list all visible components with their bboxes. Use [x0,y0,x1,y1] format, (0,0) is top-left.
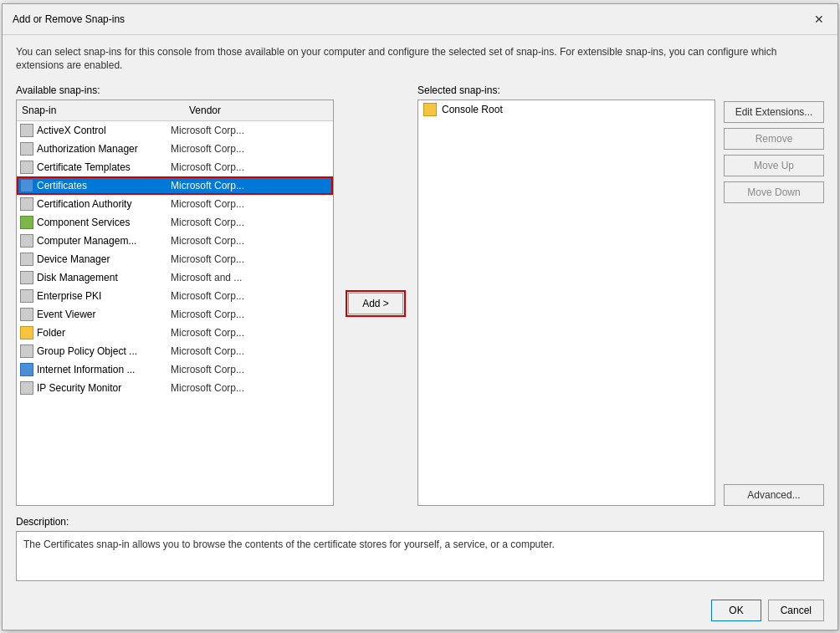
snapin-name: Authorization Manager [37,143,171,155]
list-item[interactable]: ActiveX Control Microsoft Corp... [17,121,333,140]
list-item[interactable]: Event Viewer Microsoft Corp... [17,305,333,324]
snapin-name: IP Security Monitor [37,382,171,394]
description-text: The Certificates snap-in allows you to b… [16,531,824,581]
snapin-vendor: Microsoft Corp... [171,364,244,375]
snapin-icon [20,124,33,137]
snapin-name: Computer Managem... [37,235,171,247]
list-item[interactable]: Internet Information ... Microsoft Corp.… [17,360,333,379]
available-label: Available snap-ins: [16,84,334,96]
snapin-name: Certification Authority [37,198,171,210]
list-item[interactable]: Component Services Microsoft Corp... [17,213,333,232]
snapin-vendor: Microsoft Corp... [171,125,244,136]
snapin-icon [20,345,33,358]
snapin-name: Device Manager [37,253,171,265]
selected-list[interactable]: Console Root [417,100,715,505]
list-item[interactable]: Authorization Manager Microsoft Corp... [17,140,333,158]
snapin-icon [20,234,33,248]
snapin-vendor: Microsoft Corp... [171,161,244,173]
snapin-vendor: Microsoft Corp... [171,382,244,394]
list-item[interactable]: Disk Management Microsoft and ... [17,268,333,287]
list-item[interactable]: Console Root [418,100,715,119]
list-item[interactable]: Certificate Templates Microsoft Corp... [17,158,333,176]
snapin-name: Disk Management [37,272,171,283]
dialog: Add or Remove Snap-ins ✕ You can select … [2,3,838,630]
available-panel: Available snap-ins: Snap-in Vendor Activ… [16,84,334,505]
move-up-button[interactable]: Move Up [724,155,824,176]
remove-button[interactable]: Remove [724,128,824,150]
advanced-button[interactable]: Advanced... [724,484,824,506]
spacer [724,208,824,478]
snap-in-header: Snap-in Vendor [17,100,333,121]
edit-extensions-button[interactable]: Edit Extensions... [724,101,824,123]
snapin-vendor: Microsoft Corp... [171,327,244,339]
console-root-icon [423,103,437,116]
snapin-vendor: Microsoft Corp... [171,253,244,265]
snapin-icon [20,289,33,303]
list-item[interactable]: IP Security Monitor Microsoft Corp... [17,379,333,397]
snapin-icon [20,326,33,339]
console-root-label: Console Root [442,104,503,115]
description-label: Description: [16,516,824,528]
snapin-name: Certificates [37,180,171,191]
snapin-icon [20,161,33,174]
snapin-name: Internet Information ... [37,364,171,375]
cancel-button[interactable]: Cancel [768,600,824,621]
snap-in-list-container: Snap-in Vendor ActiveX Control Microsoft… [16,100,334,505]
snapin-icon [20,308,33,321]
header-vendor: Vendor [184,103,333,118]
title-bar: Add or Remove Snap-ins ✕ [3,4,837,35]
main-area: Available snap-ins: Snap-in Vendor Activ… [16,84,824,505]
selected-snap-ins: Selected snap-ins: Console Root [417,84,715,505]
list-item[interactable]: Enterprise PKI Microsoft Corp... [17,287,333,305]
dialog-title: Add or Remove Snap-ins [13,13,125,25]
snapin-vendor: Microsoft Corp... [171,143,244,155]
right-panel: Selected snap-ins: Console Root Edit Ext… [417,84,824,505]
snapin-name: Enterprise PKI [37,290,171,302]
close-button[interactable]: ✕ [811,11,827,28]
snapin-icon [20,381,33,395]
snapin-name: Group Policy Object ... [37,345,171,357]
description-section: Description: The Certificates snap-in al… [16,516,824,581]
list-item-certificates[interactable]: Certificates Microsoft Corp... [17,176,333,195]
snapin-name: Certificate Templates [37,161,171,173]
snapin-vendor: Microsoft Corp... [171,290,244,302]
snapin-vendor: Microsoft Corp... [171,235,244,247]
ok-button[interactable]: OK [711,600,761,621]
snapin-icon [20,216,33,229]
bottom-buttons: OK Cancel [3,591,837,630]
top-description: You can select snap-ins for this console… [16,45,824,74]
dialog-content: You can select snap-ins for this console… [3,35,837,591]
header-snapin: Snap-in [17,103,184,118]
snapin-vendor: Microsoft and ... [171,272,242,283]
snapin-icon-cert [20,179,33,192]
snapin-icon [20,363,33,376]
list-item[interactable]: Folder Microsoft Corp... [17,324,333,342]
snapin-name: Folder [37,327,171,339]
snapin-vendor: Microsoft Corp... [171,217,244,228]
selected-label: Selected snap-ins: [417,84,715,96]
snapin-name: Component Services [37,217,171,228]
snapin-icon [20,197,33,211]
middle-panel: Add > [342,84,409,505]
snap-in-list[interactable]: ActiveX Control Microsoft Corp... Author… [17,121,333,504]
snapin-vendor: Microsoft Corp... [171,345,244,357]
move-down-button[interactable]: Move Down [724,181,824,203]
snapin-name: Event Viewer [37,309,171,320]
snapin-name: ActiveX Control [37,125,171,136]
snapin-icon [20,142,33,156]
snapin-icon [20,271,33,284]
add-button[interactable]: Add > [348,293,403,314]
snapin-vendor: Microsoft Corp... [171,309,244,320]
list-item[interactable]: Computer Managem... Microsoft Corp... [17,232,333,250]
list-item[interactable]: Group Policy Object ... Microsoft Corp..… [17,342,333,360]
action-buttons: Edit Extensions... Remove Move Up Move D… [724,84,824,505]
list-item[interactable]: Device Manager Microsoft Corp... [17,250,333,268]
snapin-vendor: Microsoft Corp... [171,198,244,210]
snapin-vendor: Microsoft Corp... [171,180,244,191]
snapin-icon [20,253,33,266]
list-item[interactable]: Certification Authority Microsoft Corp..… [17,195,333,213]
